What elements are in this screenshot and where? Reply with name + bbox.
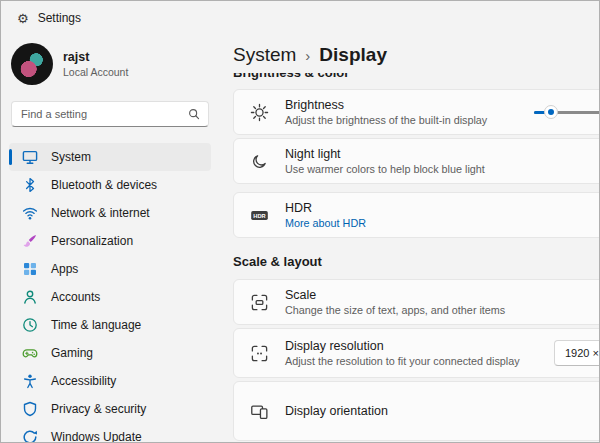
settings-gear-icon: ⚙	[17, 12, 29, 25]
breadcrumb: System › Display	[233, 39, 599, 71]
sidebar-item-time-language[interactable]: Time & language	[9, 311, 211, 339]
window-title: Settings	[38, 11, 81, 25]
night-light-card[interactable]: Night light Use warmer colors to help bl…	[233, 138, 599, 184]
sidebar-item-network-internet[interactable]: Network & internet	[9, 199, 211, 227]
sidebar-nav: System Bluetooth & devices Network & int…	[9, 143, 211, 443]
night-light-icon	[250, 152, 269, 171]
sidebar-item-label: Time & language	[51, 318, 141, 332]
shield-icon	[22, 401, 38, 417]
svg-text:HDR: HDR	[253, 212, 265, 218]
chevron-right-icon: ›	[305, 46, 310, 64]
card-title: HDR	[285, 201, 599, 215]
window-content: rajst Local Account System	[1, 35, 599, 442]
sidebar-item-privacy-security[interactable]: Privacy & security	[9, 395, 211, 423]
scale-icon	[250, 293, 269, 312]
sidebar-item-apps[interactable]: Apps	[9, 255, 211, 283]
sidebar-item-accounts[interactable]: Accounts	[9, 283, 211, 311]
brightness-slider[interactable]	[534, 104, 599, 120]
brightness-card[interactable]: Brightness Adjust the brightness of the …	[233, 89, 599, 135]
user-name: rajst	[63, 50, 128, 64]
card-text: Night light Use warmer colors to help bl…	[285, 147, 599, 175]
sidebar-item-system[interactable]: System	[9, 143, 211, 171]
more-about-hdr-link[interactable]: More about HDR	[285, 217, 599, 229]
card-text: Display resolution Adjust the resolution…	[285, 339, 538, 367]
card-description: Adjust the brightness of the built-in di…	[285, 114, 518, 126]
sidebar-item-label: Privacy & security	[51, 402, 146, 416]
sidebar-item-bluetooth-devices[interactable]: Bluetooth & devices	[9, 171, 211, 199]
update-arrows-icon	[22, 429, 38, 443]
card-title: Night light	[285, 147, 599, 161]
search-box[interactable]	[11, 101, 209, 127]
card-text: HDR More about HDR	[285, 201, 599, 229]
avatar	[11, 43, 53, 85]
card-title: Display resolution	[285, 339, 538, 353]
user-account-type: Local Account	[63, 66, 128, 78]
sidebar-item-label: Accessibility	[51, 374, 116, 388]
main-panel: System › Display Brightness & color Brig…	[219, 35, 599, 442]
sidebar-item-gaming[interactable]: Gaming	[9, 339, 211, 367]
slider-thumb[interactable]	[544, 105, 558, 119]
sidebar-item-personalization[interactable]: Personalization	[9, 227, 211, 255]
resolution-dropdown[interactable]: 1920 × 1080	[554, 340, 599, 366]
sidebar-item-windows-update[interactable]: Windows Update	[9, 423, 211, 443]
clipped-section-header: Brightness & color	[233, 73, 599, 81]
sidebar-item-label: System	[51, 150, 91, 164]
breadcrumb-system[interactable]: System	[233, 44, 296, 66]
display-orientation-icon	[250, 402, 269, 421]
card-description: Change the size of text, apps, and other…	[285, 304, 599, 316]
card-title: Scale	[285, 288, 599, 302]
card-description: Use warmer colors to help block blue lig…	[285, 163, 599, 175]
hdr-icon: HDR	[250, 206, 269, 225]
bluetooth-icon	[22, 177, 38, 193]
user-profile[interactable]: rajst Local Account	[11, 43, 209, 85]
sidebar-item-label: Windows Update	[51, 430, 142, 443]
apps-grid-icon	[22, 261, 38, 277]
scale-card[interactable]: Scale Change the size of text, apps, and…	[233, 279, 599, 325]
titlebar: ⚙ Settings	[1, 1, 599, 35]
sidebar-item-label: Apps	[51, 262, 78, 276]
section-header-brightness-color: Brightness & color	[233, 73, 599, 81]
hdr-card[interactable]: HDR HDR More about HDR	[233, 192, 599, 238]
display-resolution-icon	[250, 344, 269, 363]
sidebar-item-label: Accounts	[51, 290, 100, 304]
card-text: Scale Change the size of text, apps, and…	[285, 288, 599, 316]
person-icon	[22, 289, 38, 305]
sidebar-item-label: Personalization	[51, 234, 133, 248]
card-title: Display orientation	[285, 404, 599, 418]
sidebar-item-accessibility[interactable]: Accessibility	[9, 367, 211, 395]
user-info: rajst Local Account	[63, 50, 128, 78]
sidebar-item-label: Gaming	[51, 346, 93, 360]
resolution-value: 1920 × 1080	[565, 347, 599, 359]
page-title: Display	[319, 44, 387, 66]
brightness-sun-icon	[250, 103, 269, 122]
paintbrush-icon	[22, 233, 38, 249]
display-orientation-card[interactable]: Display orientation	[233, 381, 599, 441]
clock-icon	[22, 317, 38, 333]
display-resolution-card[interactable]: Display resolution Adjust the resolution…	[233, 328, 599, 378]
sidebar: rajst Local Account System	[1, 35, 219, 442]
card-description: Adjust the resolution to fit your connec…	[285, 355, 538, 367]
selected-indicator	[9, 149, 12, 165]
section-header-scale-layout: Scale & layout	[233, 254, 599, 269]
card-text: Display orientation	[285, 404, 599, 418]
accessibility-person-icon	[22, 373, 38, 389]
card-text: Brightness Adjust the brightness of the …	[285, 98, 518, 126]
wifi-icon	[22, 205, 38, 221]
search-icon	[187, 107, 201, 121]
game-controller-icon	[22, 345, 38, 361]
sidebar-item-label: Network & internet	[51, 206, 150, 220]
system-icon	[22, 149, 38, 165]
card-title: Brightness	[285, 98, 518, 112]
settings-window: ⚙ Settings rajst Local Account	[0, 0, 600, 443]
sidebar-item-label: Bluetooth & devices	[51, 178, 157, 192]
search-input[interactable]	[12, 102, 208, 126]
